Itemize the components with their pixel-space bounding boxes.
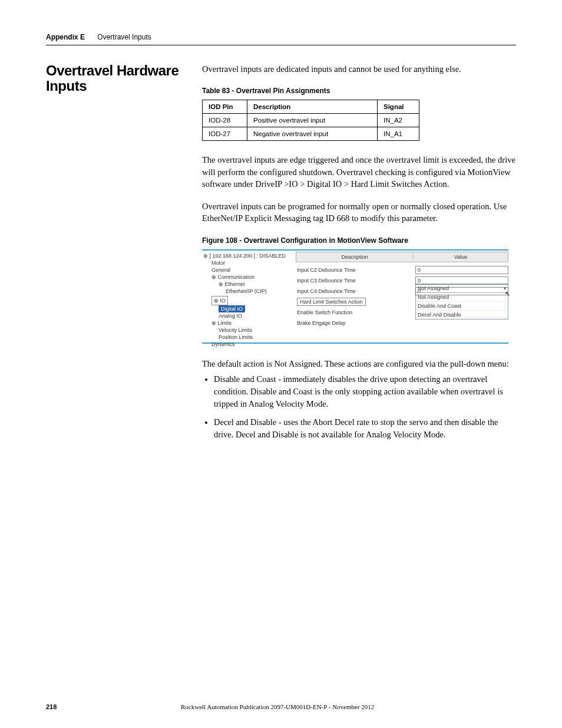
tree-expand-icon[interactable]: ⊕ <box>203 253 208 259</box>
dropdown-option[interactable]: Decel And Disable <box>416 311 508 319</box>
tree-item-position-limits[interactable]: Position Limits <box>203 334 292 341</box>
th-signal: Signal <box>378 100 419 114</box>
tree-item-io[interactable]: IO <box>220 298 226 304</box>
section-title: Overtravel Hardware Inputs <box>46 63 202 94</box>
value-input[interactable]: 0 <box>415 266 508 274</box>
tree-item-enetip[interactable]: EtherNet/IP (CIP) <box>203 288 292 295</box>
figure-caption: Figure 108 - Overtravel Configuration in… <box>202 236 516 245</box>
list-item: Disable and Coast - immediately disables… <box>214 373 516 410</box>
actions-list: Disable and Coast - immediately disables… <box>214 373 516 441</box>
appendix-label: Appendix E <box>46 33 85 41</box>
dropdown-options: Not Assigned Disable And Coast Decel And… <box>416 292 508 319</box>
dropdown-option[interactable]: Disable And Coast <box>416 302 508 311</box>
intro-paragraph: Overtravel inputs are dedicated inputs a… <box>202 63 516 75</box>
tree-item-communication[interactable]: Communication <box>218 274 255 280</box>
tree-item-analog-io[interactable]: Analog IO <box>203 312 292 319</box>
tree-expand-icon[interactable]: ⊕ <box>211 274 216 280</box>
tree-item-motor[interactable]: Motor <box>203 259 292 266</box>
prop-row: Input C2 Debounce Time 0 <box>296 265 508 275</box>
cursor-icon: ↖ <box>505 290 510 298</box>
th-iod: IOD Pin <box>203 100 247 114</box>
paragraph-2: The overtravel inputs are edge triggered… <box>202 154 516 190</box>
tree-item-velocity-limits[interactable]: Velocity Limits <box>203 327 292 334</box>
list-item: Decel and Disable - uses the Abort Decel… <box>214 416 516 441</box>
table-caption: Table 83 - Overtravel Pin Assignments <box>202 87 516 95</box>
tree-item-ethernet[interactable]: Ethernet <box>225 281 245 287</box>
tree-expand-icon[interactable]: ⊕ <box>211 320 216 326</box>
tree-item-dynamics[interactable]: Dynamics <box>203 341 292 348</box>
paragraph-3: Overtravel inputs can be programed for n… <box>202 200 516 225</box>
page-footer: 218 Rockwell Automation Publication 2097… <box>46 703 516 710</box>
properties-pane: Description Value Input C2 Debounce Time… <box>293 251 508 342</box>
th-desc: Description <box>247 100 378 114</box>
col-value: Value <box>414 254 508 260</box>
tree-item-limits[interactable]: Limits <box>218 320 232 326</box>
header-subject: Overtravel Inputs <box>97 33 151 41</box>
properties-header: Description Value <box>296 252 508 262</box>
prop-row-hard-limit: Hard Limit Switches Action Not Assigned … <box>296 297 508 307</box>
dropdown-option[interactable]: Not Assigned <box>416 293 508 302</box>
header-rule <box>46 45 516 45</box>
motionview-screenshot: ⊕ [ 192.168.124.200 ] : DISABLED Motor G… <box>202 249 508 344</box>
hard-limit-dropdown[interactable]: Not Assigned ▾ Not Assigned Disable And … <box>415 284 508 319</box>
publication-info: Rockwell Automation Publication 2097-UM0… <box>57 703 498 710</box>
tree-pane: ⊕ [ 192.168.124.200 ] : DISABLED Motor G… <box>202 251 293 342</box>
table-row: IOD-27 Negative overtravel input IN_A1 <box>203 127 419 141</box>
table-row: IOD-28 Positive overtravel input IN_A2 <box>203 114 419 127</box>
tree-item-general[interactable]: General <box>203 266 292 274</box>
tree-expand-icon[interactable]: ⊕ <box>219 281 223 287</box>
tree-expand-icon[interactable]: ⊕ <box>214 298 219 304</box>
page-header: Appendix E Overtravel Inputs <box>46 33 516 41</box>
paragraph-4: The default action is Not Assigned. Thes… <box>202 358 516 370</box>
pin-assignments-table: IOD Pin Description Signal IOD-28 Positi… <box>202 100 419 141</box>
tree-item-digital-io[interactable]: Digital IO <box>219 305 245 312</box>
col-description: Description <box>296 254 414 260</box>
page-number: 218 <box>46 703 57 710</box>
